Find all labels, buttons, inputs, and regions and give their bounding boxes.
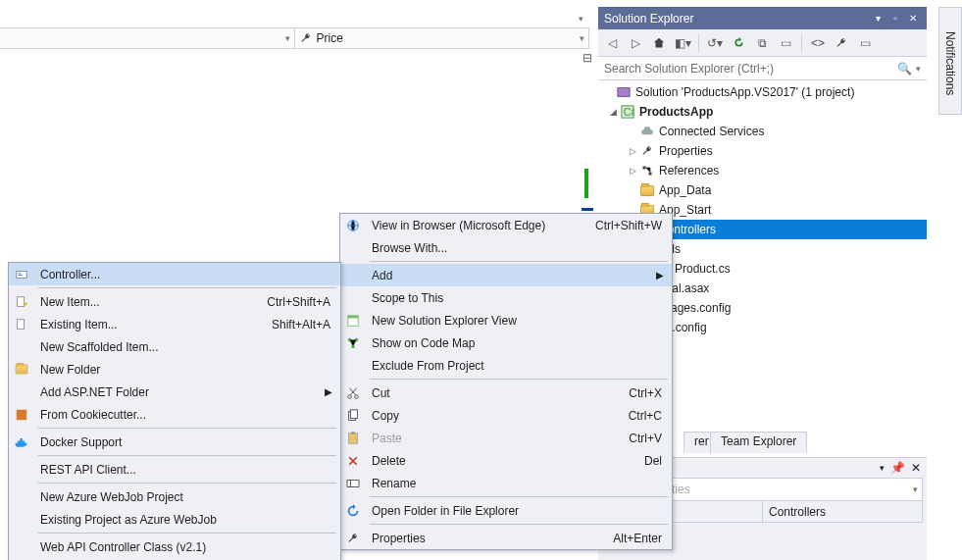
svg-rect-27 [17,409,27,420]
preview-icon[interactable]: ▭ [855,33,875,53]
svg-rect-17 [350,409,357,418]
menu-item[interactable]: Exclude From Project [340,354,672,377]
new-item-icon [13,293,30,311]
collapse-icon[interactable]: ⧉ [752,33,772,53]
back-icon[interactable]: ◁ [602,33,622,53]
menu-item[interactable]: PropertiesAlt+Enter [340,527,672,549]
caret-marker [582,208,593,211]
solution-explorer-titlebar[interactable]: Solution Explorer ▾ ▫ ✕ [598,7,927,29]
tree-item[interactable]: Connected Services [598,122,927,141]
svg-rect-20 [347,480,359,486]
twisty-icon[interactable]: ◢ [606,107,620,117]
svg-rect-23 [19,273,22,274]
close-icon[interactable]: ✕ [905,11,921,26]
new-folder-icon [13,361,30,379]
svg-rect-10 [348,315,359,318]
menu-item-label: Exclude From Project [372,359,484,373]
svg-point-15 [355,394,359,398]
nav-member-combo[interactable]: Price ▾ [295,28,589,48]
menu-item-label: Browse With... [372,241,447,255]
menu-item[interactable]: Rename [340,472,672,494]
svg-rect-0 [618,88,630,97]
references-icon [639,163,655,178]
window-menu-chevron[interactable]: ▾ [880,463,885,473]
menu-item[interactable]: New Solution Explorer View [340,309,672,331]
submenu-arrow-icon: ▶ [325,386,332,397]
menu-item-shortcut: Ctrl+X [629,386,662,400]
menu-item-label: Scope to This [372,291,443,305]
tab-team-explorer[interactable]: Team Explorer [710,432,807,453]
menu-item-shortcut: Ctrl+V [629,432,662,445]
menu-item-label: Existing Item... [40,318,118,331]
pin-icon[interactable]: ▫ [887,11,903,26]
sync-icon[interactable]: ↺▾ [705,33,725,53]
svg-rect-25 [18,296,25,306]
project-node[interactable]: ◢ C# ProductsApp [598,102,927,122]
code-icon[interactable]: <> [808,33,828,53]
menu-item-label: Docker Support [40,435,122,449]
folder-icon [639,182,655,198]
change-marker [584,169,588,198]
menu-item[interactable]: Existing Item...Shift+Alt+A [9,313,340,335]
menu-item[interactable]: Open Folder in File Explorer [340,499,672,522]
menu-item[interactable]: REST API Client... [9,458,340,481]
tree-item[interactable]: ▷References [598,161,927,180]
twisty-icon[interactable]: ▷ [626,166,639,176]
chevron-down-icon: ▾ [913,484,918,494]
tree-item[interactable]: ▷Properties [598,141,927,161]
properties-icon[interactable] [832,33,851,53]
paste-icon [344,430,362,447]
switch-view-icon[interactable]: ◧▾ [673,33,692,53]
menu-item[interactable]: View in Browser (Microsoft Edge)Ctrl+Shi… [340,214,672,236]
menu-item[interactable]: CutCtrl+X [340,382,672,404]
menu-item[interactable]: Existing Project as Azure WebJob [9,508,340,531]
window-menu-chevron[interactable]: ▾ [870,11,886,26]
menu-item[interactable]: Controller... [9,263,340,285]
menu-item[interactable]: CopyCtrl+C [340,404,672,427]
refresh-icon[interactable] [729,33,748,53]
home-icon[interactable] [649,33,669,53]
tool-window-tabs: rer Team Explorer [684,432,929,453]
menu-item[interactable]: New Item...Ctrl+Shift+A [9,290,340,313]
solution-node[interactable]: Solution 'ProductsApp.VS2017' (1 project… [598,82,927,102]
notifications-tab[interactable]: Notifications [938,7,962,115]
solution-explorer-toolbar: ◁ ▷ ◧▾ ↺▾ ⧉ ▭ <> ▭ [598,29,927,57]
node-label: Connected Services [659,125,764,138]
menu-item[interactable]: New Scaffolded Item... [9,335,340,358]
close-icon[interactable]: ✕ [911,461,921,475]
property-value-cell[interactable]: Controllers [763,501,922,522]
menu-item-shortcut: Ctrl+Shift+A [267,295,330,309]
forward-icon[interactable]: ▷ [626,33,645,53]
svg-text:C#: C# [624,106,634,118]
search-icon[interactable]: 🔍 [897,62,912,76]
menu-item[interactable]: Scope to This [340,286,672,309]
menu-item[interactable]: Docker Support [9,431,340,453]
menu-item[interactable]: Add ASP.NET Folder▶ [9,381,340,403]
copy-icon [344,407,362,425]
menu-item-label: Existing Project as Azure WebJob [40,513,217,527]
menu-item[interactable]: Add▶ [340,264,672,286]
menu-item[interactable]: Browse With... [340,236,672,259]
menu-item-label: Show on Code Map [372,336,475,350]
menu-item[interactable]: New Azure WebJob Project [9,485,340,508]
menu-item[interactable]: Web API Controller Class (v2.1) [9,535,340,558]
tree-item[interactable]: App_Data [598,180,927,200]
code-map-icon [344,334,362,352]
pin-icon[interactable]: 📌 [890,461,905,475]
twisty-icon[interactable]: ▷ [626,146,639,156]
node-label: Properties [659,144,713,158]
show-all-icon[interactable]: ▭ [776,33,795,53]
menu-item[interactable]: Show on Code Map [340,331,672,354]
chevron-down-icon[interactable]: ▾ [916,64,921,74]
menu-item[interactable]: From Cookiecutter... [9,403,340,426]
tab-solution-explorer[interactable]: rer [684,432,711,453]
nav-scope-combo[interactable]: ▾ [0,28,295,48]
menu-item[interactable]: New Folder [9,358,340,381]
menu-item[interactable]: DeleteDel [340,449,672,472]
svg-rect-18 [349,433,358,443]
node-label: Solution 'ProductsApp.VS2017' (1 project… [635,85,854,99]
split-button[interactable]: ⊟ [582,51,593,65]
editor-options-chevron[interactable]: ▾ [579,14,583,24]
solution-explorer-search[interactable]: Search Solution Explorer (Ctrl+;) 🔍 ▾ [598,57,927,80]
navigation-bar: ▾ Price ▾ [0,27,589,49]
